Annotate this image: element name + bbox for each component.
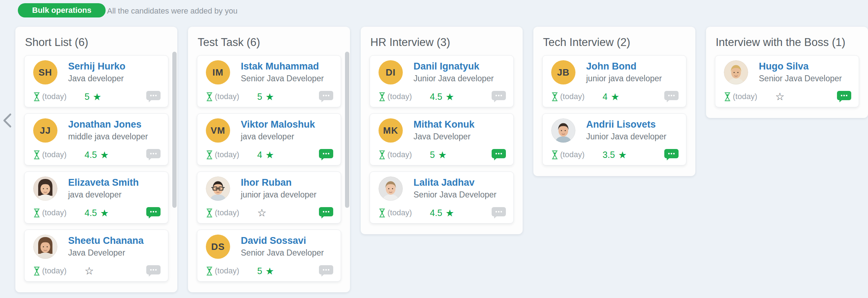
candidate-card[interactable]: Andrii Lisovets Junior Java developer (t…	[542, 113, 686, 165]
avatar-initials: DI	[386, 67, 396, 78]
candidate-card[interactable]: Ihor Ruban junior java developer (today)…	[197, 171, 341, 223]
comment-icon[interactable]	[491, 91, 506, 104]
candidate-name-link[interactable]: David Sossavi	[241, 235, 306, 246]
candidate-role: Senior Java Developer	[241, 248, 324, 258]
comment-icon[interactable]	[319, 265, 334, 278]
pipeline-column: Tech Interview (2) JB John Bond junior j…	[533, 27, 695, 176]
candidate-card[interactable]: Hugo Silva Senior Java Developer (today)…	[715, 55, 859, 107]
candidate-name-link[interactable]: Jonathan Jones	[68, 119, 142, 130]
hourglass-icon	[551, 92, 558, 102]
candidate-role: java developer	[241, 132, 294, 142]
hourglass-icon	[33, 208, 40, 218]
candidate-name-link[interactable]: Sheetu Chanana	[68, 235, 144, 246]
pipeline-column: Short List (6) SH Serhij Hurko Java deve…	[15, 27, 177, 292]
candidate-name-link[interactable]: Lalita Jadhav	[413, 177, 474, 188]
candidate-name-link[interactable]: John Bond	[586, 61, 636, 72]
candidate-name-link[interactable]: Mithat Konuk	[413, 119, 474, 130]
card-footer: (today) 5 ★	[379, 148, 507, 161]
comment-icon[interactable]	[664, 91, 679, 104]
candidate-name-link[interactable]: Andrii Lisovets	[586, 119, 656, 130]
comment-icon[interactable]	[146, 91, 161, 104]
comment-icon[interactable]	[664, 149, 679, 162]
candidate-card[interactable]: MK Mithat Konuk Java Developer (today) 5…	[370, 113, 514, 165]
column-title: Tech Interview (2)	[543, 36, 686, 49]
candidate-rating: 5 ★	[430, 148, 447, 161]
hourglass-icon	[724, 92, 731, 102]
comment-icon[interactable]	[319, 149, 334, 162]
candidate-rating: 4 ★	[603, 90, 619, 103]
candidate-card[interactable]: Elizaveta Smith java developer (today) 4…	[24, 171, 168, 223]
comment-icon[interactable]	[491, 207, 506, 220]
card-footer: (today) 3.5 ★	[551, 148, 680, 161]
column-scrollbar[interactable]	[345, 52, 349, 208]
bulk-operations-button[interactable]: Bulk operations	[18, 3, 106, 17]
rating-value: 5	[257, 92, 262, 102]
hourglass-icon	[206, 208, 213, 218]
time-label: (today)	[42, 208, 66, 217]
star-empty-icon: ☆	[85, 266, 94, 276]
rating-value: 5	[257, 266, 262, 276]
comment-icon[interactable]	[146, 207, 161, 220]
candidate-card[interactable]: JJ Jonathan Jones middle java developer …	[24, 113, 168, 165]
candidate-name-link[interactable]: Danil Ignatyuk	[413, 61, 479, 72]
card-footer: (today) 5 ★	[206, 90, 334, 103]
hourglass-icon	[379, 150, 386, 160]
candidate-name-link[interactable]: Ihor Ruban	[241, 177, 292, 188]
time-label: (today)	[42, 150, 66, 159]
avatar-initials: MK	[383, 125, 398, 136]
rating-value: 4	[603, 92, 608, 102]
avatar: DI	[379, 60, 403, 84]
comment-icon[interactable]	[491, 149, 506, 162]
candidate-role: Senior Java Developer	[241, 74, 324, 83]
pipeline-column: Interview with the Boss (1) Hugo Silva S…	[706, 27, 868, 118]
candidate-name-link[interactable]: Serhij Hurko	[68, 61, 126, 72]
time-added: (today)	[206, 148, 239, 161]
candidate-card[interactable]: IM Istak Muhammad Senior Java Developer …	[197, 55, 341, 107]
rating-value: 4.5	[430, 208, 442, 218]
time-label: (today)	[733, 92, 757, 101]
candidate-card[interactable]: VM Viktor Maloshuk java developer (today…	[197, 113, 341, 165]
column-scrollbar[interactable]	[172, 52, 177, 208]
card-footer: (today) 4.5 ★	[379, 206, 507, 219]
time-label: (today)	[560, 150, 584, 159]
star-filled-icon: ★	[446, 208, 454, 218]
card-footer: (today) 4 ★	[206, 148, 334, 161]
rating-value: 3.5	[603, 150, 615, 160]
candidate-card[interactable]: SH Serhij Hurko Java developer (today) 5…	[24, 55, 168, 107]
candidate-role: Java developer	[68, 74, 124, 83]
time-added: (today)	[206, 264, 239, 277]
comment-icon[interactable]	[837, 91, 852, 104]
candidate-name-link[interactable]: Elizaveta Smith	[68, 177, 139, 188]
candidate-name-link[interactable]: Viktor Maloshuk	[241, 119, 315, 130]
top-bar: Bulk operations All the candidates were …	[0, 0, 868, 21]
rating-value: 4.5	[85, 208, 97, 218]
card-footer: (today) 4 ★	[551, 90, 680, 103]
star-empty-icon: ☆	[775, 92, 785, 102]
avatar: IM	[206, 60, 230, 84]
candidate-card[interactable]: JB John Bond junior java developer (toda…	[542, 55, 686, 107]
candidate-card[interactable]: Sheetu Chanana Java Developer (today) ☆	[24, 230, 168, 282]
avatar	[724, 60, 748, 84]
candidate-card[interactable]: DS David Sossavi Senior Java Developer (…	[197, 230, 341, 282]
star-filled-icon: ★	[100, 208, 109, 218]
comment-icon[interactable]	[319, 207, 334, 220]
candidate-card[interactable]: Lalita Jadhav Senior Java Developer (tod…	[370, 171, 514, 223]
avatar	[33, 176, 57, 201]
star-filled-icon: ★	[611, 92, 619, 102]
time-added: (today)	[724, 90, 757, 103]
avatar: JB	[551, 60, 575, 84]
candidate-name-link[interactable]: Hugo Silva	[759, 61, 809, 72]
scroll-left-button[interactable]	[1, 113, 14, 128]
time-label: (today)	[387, 150, 412, 159]
comment-icon[interactable]	[146, 265, 161, 278]
comment-icon[interactable]	[146, 149, 161, 162]
time-label: (today)	[42, 266, 66, 276]
avatar: SH	[33, 60, 57, 84]
time-added: (today)	[33, 148, 66, 161]
candidate-rating: 4.5 ★	[430, 90, 454, 103]
candidate-name-link[interactable]: Istak Muhammad	[241, 61, 319, 72]
candidate-rating: 4.5 ★	[85, 206, 109, 219]
candidate-card[interactable]: DI Danil Ignatyuk Junior Java developer …	[370, 55, 514, 107]
comment-icon[interactable]	[319, 91, 334, 104]
time-label: (today)	[387, 208, 412, 217]
